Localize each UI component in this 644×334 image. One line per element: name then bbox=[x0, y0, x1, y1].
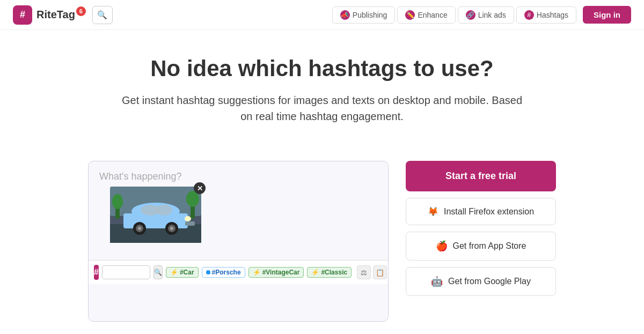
brand: # RiteTag 6 bbox=[13, 5, 86, 25]
hashtag-search-button[interactable]: 🔍 bbox=[153, 265, 163, 279]
tag-label-vintagecar: #VintageCar bbox=[262, 269, 300, 276]
svg-point-16 bbox=[170, 227, 173, 230]
toolbar-icons: ⚖ 📋 bbox=[357, 265, 387, 279]
svg-point-13 bbox=[138, 227, 141, 230]
nav-label-linkads: Link ads bbox=[478, 11, 506, 19]
dot-icon-porsche bbox=[206, 270, 210, 274]
brand-logo: # bbox=[13, 5, 32, 25]
firefox-icon: 🦊 bbox=[428, 206, 438, 217]
navbar-nav: 📣 Publishing ✏️ Enhance 🔗 Link ads # Has… bbox=[332, 6, 576, 24]
close-icon: ✕ bbox=[197, 184, 203, 192]
appstore-button[interactable]: 🍎 Get from App Store bbox=[406, 232, 556, 261]
demo-placeholder[interactable]: What's happening? bbox=[99, 171, 377, 182]
hero-section: No idea which hashtags to use? Get insta… bbox=[0, 30, 644, 161]
hashtag-toolbar: # 🔍 ⚡ #Car #Porsche ⚡ #VintageCar bbox=[89, 260, 388, 284]
hero-title: No idea which hashtags to use? bbox=[13, 56, 631, 81]
linkads-icon: 🔗 bbox=[466, 10, 475, 20]
svg-point-4 bbox=[112, 194, 123, 209]
search-button[interactable]: 🔍 bbox=[92, 6, 113, 24]
nav-item-linkads[interactable]: 🔗 Link ads bbox=[458, 6, 514, 24]
lightning-icon-car: ⚡ bbox=[170, 269, 178, 276]
hashtag-tag-classic[interactable]: ⚡ #Classic bbox=[307, 267, 352, 278]
demo-image-close-button[interactable]: ✕ bbox=[194, 182, 206, 194]
brand-name: RiteTag bbox=[36, 9, 75, 21]
demo-image-container: ✕ bbox=[110, 187, 201, 245]
navbar: # RiteTag 6 🔍 📣 Publishing ✏️ Enhance 🔗 … bbox=[0, 0, 644, 30]
nav-item-enhance[interactable]: ✏️ Enhance bbox=[397, 6, 455, 24]
apple-icon: 🍎 bbox=[436, 240, 448, 252]
search-icon: 🔍 bbox=[97, 10, 107, 20]
brand-badge: 6 bbox=[76, 6, 86, 16]
hashtag-tag-car[interactable]: ⚡ #Car bbox=[166, 267, 199, 278]
brand-logo-symbol: # bbox=[20, 9, 25, 20]
nav-label-publishing: Publishing bbox=[353, 11, 387, 19]
cta-column: Start a free trial 🦊 Install Firefox ext… bbox=[406, 161, 556, 296]
tag-label-car: #Car bbox=[180, 269, 194, 276]
tag-label-classic: #Classic bbox=[321, 269, 347, 276]
svg-point-17 bbox=[185, 216, 191, 221]
android-icon: 🤖 bbox=[431, 276, 443, 287]
tag-label-porsche: #Porsche bbox=[212, 269, 241, 276]
hashtag-tag-porsche[interactable]: #Porsche bbox=[202, 267, 245, 278]
enhance-icon: ✏️ bbox=[405, 10, 415, 20]
googleplay-label: Get from Google Play bbox=[448, 277, 531, 286]
signin-button[interactable]: Sign in bbox=[583, 6, 631, 24]
toolbar-balance-button[interactable]: ⚖ bbox=[357, 265, 371, 279]
appstore-label: Get from App Store bbox=[453, 241, 526, 251]
googleplay-button[interactable]: 🤖 Get from Google Play bbox=[406, 267, 556, 296]
firefox-extension-button[interactable]: 🦊 Install Firefox extension bbox=[406, 198, 556, 225]
search-small-icon: 🔍 bbox=[154, 269, 162, 276]
nav-item-hashtags[interactable]: # Hashtags bbox=[516, 6, 576, 24]
firefox-label: Install Firefox extension bbox=[444, 207, 534, 217]
main-content: What's happening? bbox=[0, 161, 644, 334]
toolbar-copy-button[interactable]: 📋 bbox=[373, 265, 387, 279]
publishing-icon: 📣 bbox=[340, 10, 350, 20]
lightning-icon-classic: ⚡ bbox=[311, 269, 319, 276]
hashtags-icon: # bbox=[524, 10, 534, 20]
nav-label-hashtags: Hashtags bbox=[537, 11, 568, 19]
hashtag-search-input[interactable] bbox=[102, 265, 150, 279]
free-trial-button[interactable]: Start a free trial bbox=[406, 161, 556, 191]
nav-label-enhance: Enhance bbox=[418, 11, 447, 19]
demo-textarea-area: What's happening? bbox=[89, 161, 388, 256]
svg-rect-18 bbox=[185, 221, 195, 226]
hashtag-tag-vintagecar[interactable]: ⚡ #VintageCar bbox=[248, 267, 304, 278]
svg-point-10 bbox=[155, 205, 172, 216]
nav-item-publishing[interactable]: 📣 Publishing bbox=[332, 6, 396, 24]
hashtag-logo-icon: # bbox=[94, 265, 99, 280]
hero-subtitle: Get instant hashtag suggestions for imag… bbox=[118, 92, 526, 124]
demo-car-image bbox=[110, 187, 201, 243]
demo-box: What's happening? bbox=[88, 161, 389, 322]
lightning-icon-vintage: ⚡ bbox=[253, 269, 261, 276]
